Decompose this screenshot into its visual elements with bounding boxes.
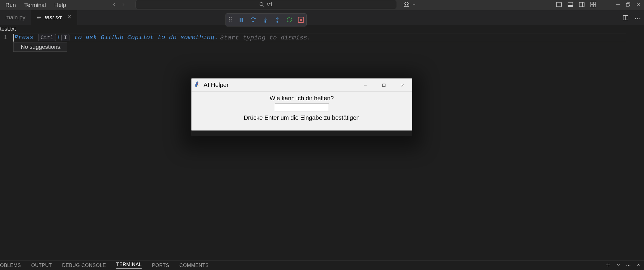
svg-point-31: [277, 21, 278, 22]
layout-panel-bottom-icon[interactable]: [567, 1, 574, 9]
breadcrumb-file: test.txt: [0, 26, 16, 32]
dialog-title: AI Helper: [204, 82, 228, 88]
svg-point-29: [253, 21, 254, 22]
svg-point-26: [231, 20, 232, 21]
panel-tab-comments[interactable]: COMMENTS: [179, 263, 209, 268]
svg-rect-36: [382, 84, 385, 86]
text-cursor: [13, 34, 14, 42]
editor-line-1[interactable]: Press Ctrl+I to ask GitHub Copilot to do…: [13, 33, 626, 42]
debug-pause-icon[interactable]: [238, 17, 244, 23]
suggestions-popup: No suggestions.: [13, 42, 67, 52]
debug-toolbar: [225, 13, 307, 26]
dismiss-hint: Start typing to dismiss.: [220, 34, 311, 41]
svg-rect-14: [593, 5, 596, 7]
dialog-prompt: Wie kann ich dir helfen?: [192, 95, 412, 102]
menu-run[interactable]: Run: [1, 0, 20, 10]
layout-sidebar-right-icon[interactable]: [578, 1, 585, 9]
dialog-input[interactable]: [275, 104, 329, 111]
svg-rect-11: [591, 2, 593, 4]
panel-tabs: OBLEMS OUTPUT DEBUG CONSOLE TERMINAL POR…: [0, 260, 644, 270]
search-text: v1: [267, 1, 273, 8]
tab-main-py[interactable]: main.py: [0, 10, 31, 25]
dialog-titlebar[interactable]: AI Helper: [192, 79, 412, 92]
tab-test-txt[interactable]: test.txt: [31, 10, 77, 25]
svg-rect-28: [242, 18, 243, 22]
svg-rect-27: [240, 18, 241, 22]
dialog-minimize-icon[interactable]: [356, 79, 375, 92]
svg-rect-8: [568, 5, 573, 7]
copilot-icon[interactable]: [403, 1, 410, 10]
svg-point-25: [229, 20, 230, 21]
split-editor-icon[interactable]: [622, 14, 629, 23]
svg-rect-12: [593, 2, 596, 4]
search-icon: [259, 2, 265, 7]
panel-tab-debug-console[interactable]: DEBUG CONSOLE: [62, 263, 106, 268]
svg-point-22: [231, 17, 232, 18]
new-terminal-icon[interactable]: [605, 262, 611, 269]
nav-forward-icon[interactable]: [120, 2, 126, 9]
panel-tab-output[interactable]: OUTPUT: [31, 263, 52, 268]
svg-point-24: [231, 19, 232, 20]
dialog-maximize-icon[interactable]: [375, 79, 393, 92]
kbd-ctrl: Ctrl: [38, 34, 56, 41]
more-actions-icon[interactable]: ⋯: [634, 15, 641, 23]
copilot-hint: Press Ctrl+I to ask GitHub Copilot to do…: [14, 34, 218, 41]
dialog-helper-text: Drücke Enter um die Eingabe zu bestätige…: [192, 114, 412, 121]
tab-label: test.txt: [45, 14, 62, 21]
svg-point-2: [405, 4, 406, 5]
more-icon[interactable]: ⋯: [626, 262, 631, 268]
line-number: 1: [0, 33, 9, 42]
svg-rect-32: [300, 19, 302, 21]
menu-bar: Run Terminal Help v1: [0, 0, 644, 10]
window-minimize-icon[interactable]: [615, 2, 621, 9]
command-center[interactable]: v1: [135, 0, 397, 9]
dialog-close-icon[interactable]: [393, 79, 412, 92]
chevron-down-icon[interactable]: [412, 2, 416, 8]
svg-rect-17: [626, 3, 629, 6]
tab-label: main.py: [5, 14, 26, 21]
kbd-i: I: [61, 34, 69, 41]
ai-helper-dialog: AI Helper Wie kann ich dir helfen? Drück…: [191, 78, 412, 131]
debug-stop-icon[interactable]: [298, 17, 304, 23]
panel-tab-problems[interactable]: OBLEMS: [0, 263, 21, 268]
no-suggestions-label: No suggestions.: [21, 44, 62, 50]
close-icon[interactable]: [67, 14, 72, 21]
debug-restart-icon[interactable]: [286, 17, 293, 23]
window-restore-icon[interactable]: [625, 2, 631, 9]
window-close-icon[interactable]: [636, 2, 641, 9]
file-lines-icon: [36, 15, 42, 20]
menu-terminal[interactable]: Terminal: [20, 0, 50, 10]
svg-point-0: [260, 2, 263, 6]
svg-point-21: [229, 17, 230, 18]
svg-rect-9: [579, 2, 584, 7]
panel-tab-terminal[interactable]: TERMINAL: [116, 262, 142, 269]
debug-step-out-icon[interactable]: [274, 17, 281, 23]
svg-point-23: [229, 19, 230, 20]
menu-help[interactable]: Help: [50, 0, 70, 10]
svg-point-30: [265, 21, 265, 22]
tk-feather-icon: [195, 81, 200, 89]
customize-layout-icon[interactable]: [590, 1, 596, 9]
svg-rect-13: [591, 5, 593, 7]
debug-step-over-icon[interactable]: [250, 17, 256, 23]
breadcrumb[interactable]: test.txt: [0, 25, 644, 33]
drag-grip-icon[interactable]: [228, 16, 232, 24]
nav-back-icon[interactable]: [111, 2, 117, 9]
layout-sidebar-left-icon[interactable]: [556, 1, 562, 9]
editor-tabs: main.py test.txt: [0, 10, 644, 25]
svg-rect-4: [557, 2, 562, 7]
svg-point-3: [407, 4, 408, 5]
debug-step-into-icon[interactable]: [262, 17, 268, 23]
svg-rect-1: [404, 3, 409, 7]
chevron-up-icon[interactable]: [636, 262, 641, 268]
panel-tab-ports[interactable]: PORTS: [152, 263, 169, 268]
chevron-down-icon[interactable]: [616, 263, 621, 268]
